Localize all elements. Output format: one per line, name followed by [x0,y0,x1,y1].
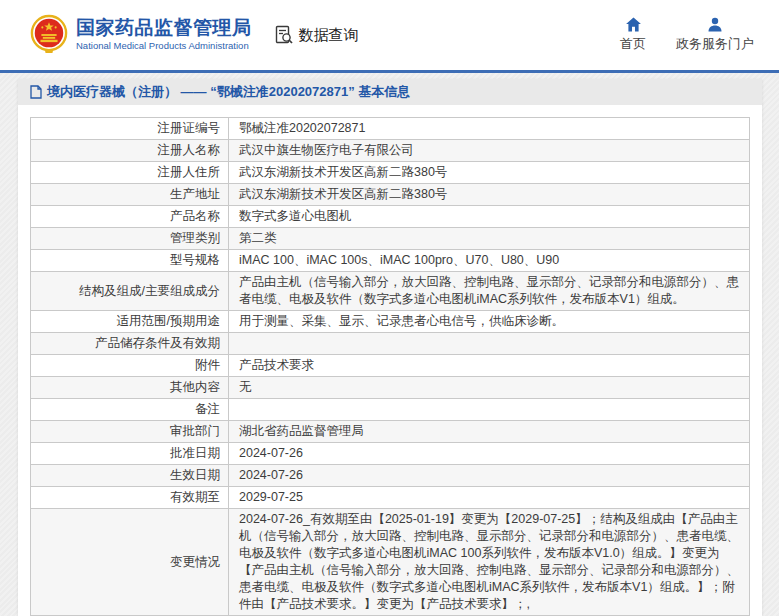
row-label: 结构及组成/主要组成成分 [31,272,229,311]
document-search-icon [274,25,294,45]
breadcrumb-text: 境内医疗器械（注册） —— “鄂械注准20202072871” 基本信息 [47,83,410,101]
row-label: 备注 [31,399,229,421]
content-card: 境内医疗器械（注册） —— “鄂械注准20202072871” 基本信息 注册证… [18,79,762,616]
row-value: 武汉东湖新技术开发区高新二路380号 [229,162,750,184]
row-value: 数字式多道心电图机 [229,206,750,228]
row-label: 审批部门 [31,421,229,443]
user-icon [707,17,723,32]
table-row: 批准日期2024-07-26 [31,443,750,465]
row-value: 武汉东湖新技术开发区高新二路380号 [229,184,750,206]
table-row: 型号规格iMAC 100、iMAC 100s、iMAC 100pro、U70、U… [31,250,750,272]
data-query-label: 数据查询 [299,26,359,45]
info-table-body: 注册证编号鄂械注准20202072871注册人名称武汉中旗生物医疗电子有限公司注… [31,118,750,616]
row-label: 生效日期 [31,465,229,487]
nav-home[interactable]: 首页 [620,17,646,53]
table-row: 产品储存条件及有效期 [31,333,750,355]
table-row: 注册证编号鄂械注准20202072871 [31,118,750,140]
row-label: 型号规格 [31,250,229,272]
row-label: 注册人住所 [31,162,229,184]
row-label: 注册人名称 [31,140,229,162]
nav-gov-portal-label: 政务服务门户 [676,35,754,53]
site-header: 国家药品监督管理局 National Medical Products Admi… [0,0,779,70]
row-value: 湖北省药品监督管理局 [229,421,750,443]
row-value: 产品由主机（信号输入部分，放大回路、控制电路、显示部分、记录部分和电源部分）、患… [229,272,750,311]
table-row: 生产地址武汉东湖新技术开发区高新二路380号 [31,184,750,206]
row-value: 2024-07-26 [229,465,750,487]
row-value: 武汉中旗生物医疗电子有限公司 [229,140,750,162]
row-label: 注册证编号 [31,118,229,140]
table-row: 备注 [31,399,750,421]
row-value: iMAC 100、iMAC 100s、iMAC 100pro、U70、U80、U… [229,250,750,272]
table-row: 产品名称数字式多道心电图机 [31,206,750,228]
document-icon [30,85,42,99]
row-label: 附件 [31,355,229,377]
nav-gov-portal[interactable]: 政务服务门户 [676,17,754,53]
row-value: 2029-07-25 [229,487,750,509]
row-label: 产品名称 [31,206,229,228]
row-label: 生产地址 [31,184,229,206]
row-label: 适用范围/预期用途 [31,311,229,333]
table-row: 生效日期2024-07-26 [31,465,750,487]
row-value: 无 [229,377,750,399]
data-query-link[interactable]: 数据查询 [274,25,359,45]
row-label: 管理类别 [31,228,229,250]
row-value: 2024-07-26_有效期至由【2025-01-19】变更为【2029-07-… [229,509,750,616]
table-row: 结构及组成/主要组成成分产品由主机（信号输入部分，放大回路、控制电路、显示部分、… [31,272,750,311]
table-row: 注册人住所武汉东湖新技术开发区高新二路380号 [31,162,750,184]
table-row: 注册人名称武汉中旗生物医疗电子有限公司 [31,140,750,162]
table-row: 管理类别第二类 [31,228,750,250]
page-body: 境内医疗器械（注册） —— “鄂械注准20202072871” 基本信息 注册证… [0,73,779,616]
header-nav: 首页 政务服务门户 [620,17,754,53]
row-label: 变更情况 [31,509,229,616]
row-value: 2024-07-26 [229,443,750,465]
row-value [229,333,750,355]
site-logo[interactable]: 国家药品监督管理局 National Medical Products Admi… [30,13,252,57]
table-row: 有效期至2029-07-25 [31,487,750,509]
national-emblem-icon [30,13,68,57]
home-icon [625,17,642,32]
row-value: 鄂械注准20202072871 [229,118,750,140]
row-value: 第二类 [229,228,750,250]
row-label: 有效期至 [31,487,229,509]
table-row: 适用范围/预期用途用于测量、采集、显示、记录患者心电信号，供临床诊断。 [31,311,750,333]
table-row: 附件产品技术要求 [31,355,750,377]
table-row: 审批部门湖北省药品监督管理局 [31,421,750,443]
row-label: 其他内容 [31,377,229,399]
row-value: 用于测量、采集、显示、记录患者心电信号，供临床诊断。 [229,311,750,333]
row-label: 批准日期 [31,443,229,465]
nav-home-label: 首页 [620,35,646,53]
org-name: 国家药品监督管理局 [76,18,252,39]
table-row: 其他内容无 [31,377,750,399]
org-name-en: National Medical Products Administration [76,41,252,51]
row-value: 产品技术要求 [229,355,750,377]
registration-info-table: 注册证编号鄂械注准20202072871注册人名称武汉中旗生物医疗电子有限公司注… [30,117,750,616]
breadcrumb: 境内医疗器械（注册） —— “鄂械注准20202072871” 基本信息 [18,79,762,105]
row-label: 产品储存条件及有效期 [31,333,229,355]
row-value [229,399,750,421]
table-row: 变更情况2024-07-26_有效期至由【2025-01-19】变更为【2029… [31,509,750,616]
